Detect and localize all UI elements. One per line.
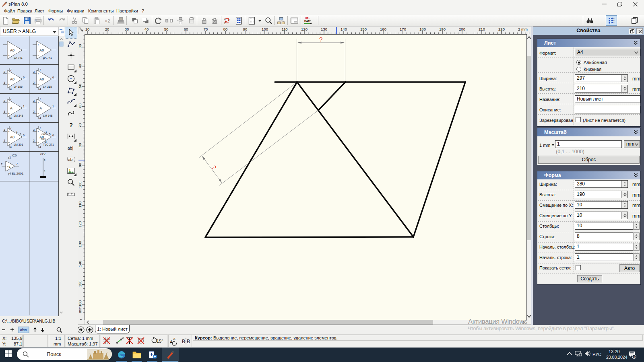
svg-text:7: 7 xyxy=(39,97,41,100)
svg-text:DATE: DATE xyxy=(304,20,312,23)
svg-text:3: 3 xyxy=(4,128,5,131)
svg-text:+: + xyxy=(8,54,10,57)
svg-text:+9 V: +9 V xyxy=(40,153,45,156)
svg-text:+: + xyxy=(37,72,39,75)
svg-text:7: 7 xyxy=(10,68,12,71)
svg-text:?: ? xyxy=(69,121,73,128)
svg-text:60: 60 xyxy=(184,27,188,31)
svg-text:6: 6 xyxy=(23,134,25,137)
svg-text:4: 4 xyxy=(10,146,12,148)
svg-text:?: ? xyxy=(319,36,322,43)
svg-text:−: − xyxy=(37,141,39,144)
svg-text:−: − xyxy=(8,43,10,46)
svg-text:80: 80 xyxy=(78,143,82,148)
svg-text:A: A xyxy=(39,106,42,110)
svg-text:4: 4 xyxy=(9,172,11,175)
svg-text:3: 3 xyxy=(33,128,35,131)
svg-text:A0: A0 xyxy=(10,48,14,52)
svg-text:A0: A0 xyxy=(10,77,14,81)
svg-text:7: 7 xyxy=(16,162,18,166)
svg-text:−: − xyxy=(37,54,39,57)
svg-text:−: − xyxy=(8,101,10,104)
svg-text:1: 1 xyxy=(23,105,25,108)
svg-text:mm: mm xyxy=(78,306,82,313)
svg-text:7: 7 xyxy=(10,97,12,100)
svg-text:1: 1 xyxy=(634,355,635,359)
svg-text:2: 2 xyxy=(4,139,5,142)
svg-text:?: ? xyxy=(211,164,218,171)
svg-text:mm: mm xyxy=(521,27,528,31)
svg-text:200: 200 xyxy=(459,27,465,31)
svg-text:1: 1 xyxy=(16,130,18,133)
svg-text:10: 10 xyxy=(85,27,90,31)
svg-text:7: 7 xyxy=(39,68,41,71)
svg-text:EL 2001: EL 2001 xyxy=(12,172,24,175)
svg-text:+: + xyxy=(8,130,10,133)
svg-text:190: 190 xyxy=(439,27,446,31)
svg-text:50: 50 xyxy=(78,84,82,88)
svg-text:4: 4 xyxy=(10,88,12,90)
svg-text:A0: A0 xyxy=(10,135,14,139)
svg-text:150: 150 xyxy=(78,280,82,287)
svg-text:8: 8 xyxy=(20,133,21,136)
svg-text:µA 741: µA 741 xyxy=(43,56,52,60)
svg-text:−: − xyxy=(8,141,10,144)
svg-text:4: 4 xyxy=(39,88,41,90)
svg-text:LM 348: LM 348 xyxy=(43,114,52,117)
svg-text:2: 2 xyxy=(224,22,226,25)
svg-text:160: 160 xyxy=(78,300,82,307)
svg-text:7: 7 xyxy=(10,126,12,129)
svg-text:LM 301: LM 301 xyxy=(14,143,23,146)
svg-text:LM 348: LM 348 xyxy=(14,114,23,117)
svg-text:170: 170 xyxy=(400,27,406,31)
svg-text:−: − xyxy=(37,112,39,115)
svg-text:40: 40 xyxy=(144,27,149,31)
svg-text:40: 40 xyxy=(78,64,82,68)
svg-text:2: 2 xyxy=(4,99,5,102)
svg-text:80: 80 xyxy=(223,27,228,31)
svg-text:−: − xyxy=(37,83,39,86)
svg-text:ab: ab xyxy=(68,157,73,162)
svg-text:210: 210 xyxy=(479,27,485,31)
svg-text:4: 4 xyxy=(39,117,41,119)
svg-text:abc: abc xyxy=(20,327,27,332)
svg-text:UP-: UP- xyxy=(305,17,310,20)
svg-text:90: 90 xyxy=(78,163,82,167)
svg-text:160: 160 xyxy=(380,27,386,31)
svg-text:2: 2 xyxy=(4,70,5,73)
svg-text:30: 30 xyxy=(125,27,129,31)
svg-text:LF 355: LF 355 xyxy=(43,85,52,88)
svg-text:220: 220 xyxy=(498,27,505,31)
svg-text:180: 180 xyxy=(419,27,426,31)
svg-text:100: 100 xyxy=(262,27,268,31)
svg-text:1: 1 xyxy=(52,105,54,108)
svg-text:4: 4 xyxy=(10,117,12,119)
svg-text:A0: A0 xyxy=(39,77,44,81)
svg-text:A: A xyxy=(10,106,12,110)
svg-text:110: 110 xyxy=(78,202,82,208)
svg-text:ab|: ab| xyxy=(68,146,73,150)
svg-text:4: 4 xyxy=(39,146,41,148)
svg-text:20: 20 xyxy=(105,27,109,31)
svg-text:140: 140 xyxy=(341,27,347,31)
svg-text:6: 6 xyxy=(23,76,25,79)
svg-text:2: 2 xyxy=(33,110,35,113)
svg-text:+1: +1 xyxy=(7,165,11,169)
svg-text:140: 140 xyxy=(78,261,82,267)
svg-text:×2: ×2 xyxy=(105,19,110,23)
svg-text:2: 2 xyxy=(518,27,520,31)
svg-text:8: 8 xyxy=(45,140,47,143)
svg-text:15°: 15° xyxy=(157,339,163,343)
svg-text:150: 150 xyxy=(360,27,367,31)
svg-text:70: 70 xyxy=(204,27,208,31)
svg-text:50: 50 xyxy=(164,27,169,31)
svg-text:8: 8 xyxy=(44,159,45,162)
svg-text:2: 2 xyxy=(33,139,35,142)
svg-text:IC0: IC0 xyxy=(12,154,17,157)
svg-text:60: 60 xyxy=(78,103,82,108)
svg-text:6: 6 xyxy=(52,134,54,137)
svg-text:6: 6 xyxy=(52,76,54,79)
svg-text:2: 2 xyxy=(33,81,35,84)
svg-text:µA 741: µA 741 xyxy=(14,56,23,60)
svg-text:90: 90 xyxy=(243,27,248,31)
